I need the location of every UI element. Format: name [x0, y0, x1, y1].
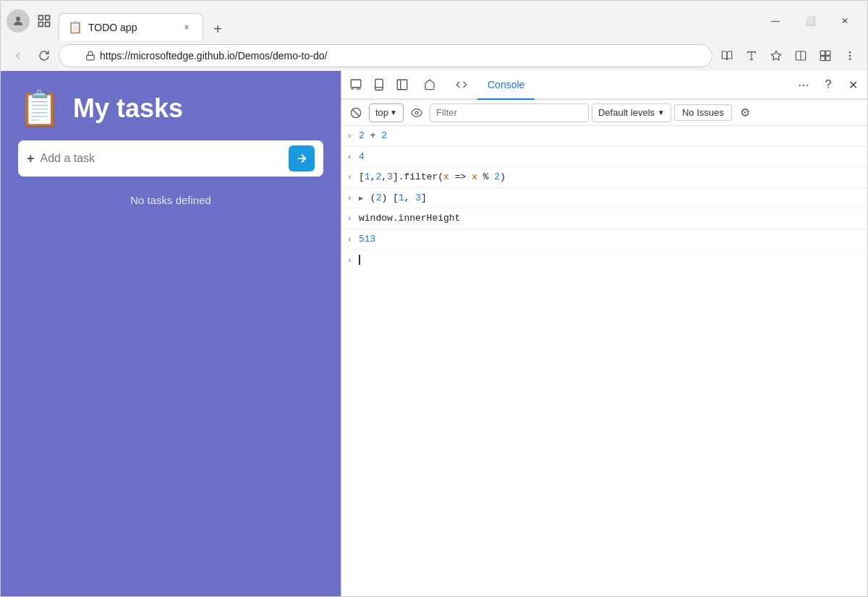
- svg-rect-11: [820, 51, 825, 55]
- svg-rect-5: [87, 55, 95, 59]
- tab-console[interactable]: Console: [477, 71, 535, 100]
- output-arrow: ‹: [347, 192, 359, 205]
- app-favicon: 📋: [18, 88, 61, 129]
- content-area: 📋 My tasks + Add a task No tasks defined: [1, 71, 867, 596]
- tab-sources-code[interactable]: [446, 71, 477, 100]
- svg-point-16: [849, 55, 850, 56]
- app-title: My tasks: [73, 93, 183, 124]
- reading-mode-button[interactable]: [715, 44, 739, 67]
- tab-elements[interactable]: [414, 71, 446, 100]
- console-code: 2 + 2: [359, 129, 861, 143]
- address-text: https://microsoftedge.github.io/Demos/de…: [100, 50, 327, 62]
- console-content: › 2 + 2 ‹ 4 › [1,2,3].filter(x =>: [341, 126, 867, 596]
- console-entry: › 2 + 2: [341, 126, 867, 147]
- console-code: 4: [359, 150, 861, 164]
- console-clear-button[interactable]: [346, 103, 366, 123]
- svg-rect-14: [826, 56, 830, 61]
- devtools-close[interactable]: ✕: [841, 73, 864, 96]
- svg-rect-19: [351, 80, 361, 88]
- title-bar: 📋 TODO app × + — ⬜ ✕: [1, 1, 867, 41]
- add-task-button[interactable]: [289, 145, 315, 172]
- plus-icon: +: [27, 151, 35, 166]
- input-arrow: ›: [347, 213, 359, 225]
- profile-icon[interactable]: [7, 9, 30, 33]
- svg-rect-24: [397, 80, 407, 90]
- address-input[interactable]: https://microsoftedge.github.io/Demos/de…: [59, 44, 712, 67]
- favorites-button[interactable]: [765, 44, 788, 67]
- address-actions: [715, 44, 861, 67]
- console-levels-arrow: ▼: [658, 109, 665, 117]
- svg-line-27: [352, 109, 359, 116]
- console-entry: › [1,2,3].filter(x => x % 2): [341, 167, 867, 188]
- tabs-area: 📋 TODO app × +: [59, 1, 750, 41]
- minimize-button[interactable]: —: [759, 9, 792, 33]
- browser-menu-button[interactable]: [838, 44, 861, 67]
- devtools-more-tabs[interactable]: ⋯: [792, 73, 815, 96]
- browser-window: 📋 TODO app × + — ⬜ ✕ http: [0, 0, 868, 597]
- add-task-input[interactable]: Add a task: [41, 152, 283, 165]
- input-arrow: ›: [347, 130, 359, 143]
- app-panel: 📋 My tasks + Add a task No tasks defined: [1, 71, 341, 596]
- console-entry: ‹ ▶ (2) [1, 3]: [341, 188, 867, 209]
- maximize-button[interactable]: ⬜: [793, 9, 827, 33]
- devtools-sidebar-icon[interactable]: [391, 73, 414, 96]
- console-code: ▶ (2) [1, 3]: [359, 191, 861, 206]
- svg-point-0: [16, 17, 20, 21]
- output-arrow: ‹: [347, 234, 359, 246]
- svg-rect-22: [375, 80, 383, 90]
- svg-point-17: [849, 59, 850, 59]
- svg-rect-4: [46, 22, 50, 26]
- svg-rect-2: [46, 15, 50, 20]
- console-code: window.innerHeight: [359, 211, 861, 226]
- svg-point-28: [415, 111, 418, 114]
- console-toolbar: top ▼ Default levels ▼ No Issues ⚙: [341, 100, 867, 126]
- address-bar: https://microsoftedge.github.io/Demos/de…: [1, 41, 867, 71]
- console-levels-label: Default levels: [598, 107, 655, 118]
- console-code: [1,2,3].filter(x => x % 2): [359, 170, 861, 185]
- console-entry: ‹ 4: [341, 147, 867, 168]
- devtools-inspect-icon[interactable]: [344, 73, 367, 96]
- devtools-help[interactable]: ?: [817, 73, 840, 96]
- output-arrow: ‹: [347, 151, 359, 164]
- svg-rect-1: [39, 15, 43, 20]
- tab-favicon: 📋: [68, 20, 82, 34]
- font-button[interactable]: [740, 44, 763, 67]
- refresh-button[interactable]: [33, 44, 56, 67]
- svg-point-15: [849, 52, 850, 53]
- console-eye-button[interactable]: [407, 103, 427, 123]
- split-screen-button[interactable]: [789, 44, 812, 67]
- no-issues-badge: No Issues: [674, 104, 732, 121]
- back-button[interactable]: [7, 44, 30, 67]
- console-entry: › window.innerHeight: [341, 208, 867, 229]
- close-button[interactable]: ✕: [828, 9, 861, 33]
- console-input-line[interactable]: ›: [341, 250, 867, 270]
- collections-action-button[interactable]: [814, 44, 837, 67]
- devtools-tab-actions: ⋯ ? ✕: [792, 73, 864, 96]
- collections-icon[interactable]: [33, 9, 56, 33]
- devtools-panel: Console ⋯ ? ✕ top ▼: [341, 71, 867, 596]
- input-arrow: ›: [347, 172, 359, 184]
- console-filter-input[interactable]: [430, 103, 589, 122]
- console-cursor: [359, 255, 360, 265]
- tab-close-button[interactable]: ×: [179, 20, 194, 35]
- context-selector[interactable]: top ▼: [369, 103, 404, 122]
- svg-marker-8: [771, 51, 780, 60]
- devtools-tabs: Console ⋯ ? ✕: [341, 71, 867, 100]
- devtools-device-icon[interactable]: [367, 73, 391, 96]
- input-arrow: ›: [347, 256, 359, 265]
- console-settings-button[interactable]: ⚙: [735, 103, 755, 123]
- window-controls: — ⬜ ✕: [759, 9, 861, 33]
- console-levels-dropdown[interactable]: Default levels ▼: [592, 103, 671, 122]
- svg-rect-12: [826, 51, 830, 55]
- svg-rect-3: [39, 22, 43, 26]
- new-tab-button[interactable]: +: [206, 17, 229, 41]
- context-dropdown-icon: ▼: [390, 109, 397, 117]
- svg-rect-13: [820, 56, 825, 61]
- add-task-bar: + Add a task: [18, 140, 323, 177]
- context-label: top: [375, 107, 388, 118]
- tab-title: TODO app: [88, 22, 174, 33]
- console-code: 513: [359, 232, 861, 247]
- no-tasks-label: No tasks defined: [18, 194, 323, 206]
- active-tab[interactable]: 📋 TODO app ×: [59, 13, 203, 41]
- console-entry: ‹ 513: [341, 229, 867, 250]
